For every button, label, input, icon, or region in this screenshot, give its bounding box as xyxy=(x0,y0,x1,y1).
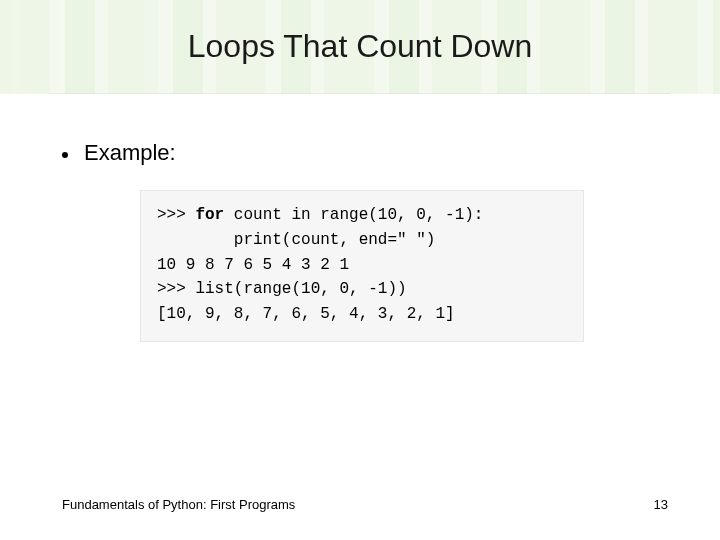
code-line-2: print(count, end=" ") xyxy=(157,228,567,253)
code-rest: count in range(10, 0, -1): xyxy=(224,206,483,224)
code-line-1: >>> for count in range(10, 0, -1): xyxy=(157,203,567,228)
footer-text: Fundamentals of Python: First Programs xyxy=(62,497,662,512)
keyword-for: for xyxy=(195,206,224,224)
prompt: >>> xyxy=(157,206,195,224)
bullet-label: Example: xyxy=(84,140,176,166)
page-number: 13 xyxy=(654,497,668,512)
bullet-dot-icon xyxy=(62,152,68,158)
code-line-4: >>> list(range(10, 0, -1)) xyxy=(157,277,567,302)
code-block: >>> for count in range(10, 0, -1): print… xyxy=(140,190,584,342)
slide: Loops That Count Down Example: >>> for c… xyxy=(0,0,720,540)
code-line-5: [10, 9, 8, 7, 6, 5, 4, 3, 2, 1] xyxy=(157,302,567,327)
slide-title: Loops That Count Down xyxy=(0,28,720,65)
code-line-3: 10 9 8 7 6 5 4 3 2 1 xyxy=(157,253,567,278)
bullet-example: Example: xyxy=(62,140,176,166)
